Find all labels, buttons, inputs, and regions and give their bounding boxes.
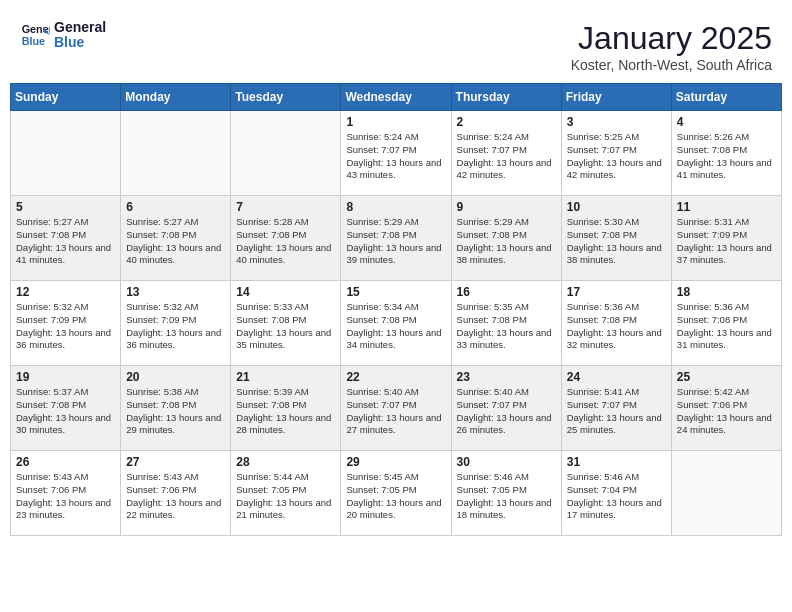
calendar-cell: 14Sunrise: 5:33 AM Sunset: 7:08 PM Dayli… <box>231 281 341 366</box>
day-number: 19 <box>16 370 115 384</box>
day-number: 30 <box>457 455 556 469</box>
day-number: 21 <box>236 370 335 384</box>
day-number: 20 <box>126 370 225 384</box>
day-info: Sunrise: 5:29 AM Sunset: 7:08 PM Dayligh… <box>457 216 556 267</box>
day-info: Sunrise: 5:46 AM Sunset: 7:04 PM Dayligh… <box>567 471 666 522</box>
location: Koster, North-West, South Africa <box>571 57 772 73</box>
day-number: 25 <box>677 370 776 384</box>
logo-general: General <box>54 20 106 35</box>
day-number: 22 <box>346 370 445 384</box>
day-number: 26 <box>16 455 115 469</box>
day-number: 12 <box>16 285 115 299</box>
calendar-week-row: 19Sunrise: 5:37 AM Sunset: 7:08 PM Dayli… <box>11 366 782 451</box>
day-info: Sunrise: 5:42 AM Sunset: 7:06 PM Dayligh… <box>677 386 776 437</box>
day-info: Sunrise: 5:39 AM Sunset: 7:08 PM Dayligh… <box>236 386 335 437</box>
calendar-cell <box>11 111 121 196</box>
svg-text:Blue: Blue <box>22 35 45 47</box>
calendar-cell: 16Sunrise: 5:35 AM Sunset: 7:08 PM Dayli… <box>451 281 561 366</box>
calendar-week-row: 5Sunrise: 5:27 AM Sunset: 7:08 PM Daylig… <box>11 196 782 281</box>
day-number: 15 <box>346 285 445 299</box>
calendar-cell: 21Sunrise: 5:39 AM Sunset: 7:08 PM Dayli… <box>231 366 341 451</box>
calendar-cell <box>121 111 231 196</box>
calendar-cell: 25Sunrise: 5:42 AM Sunset: 7:06 PM Dayli… <box>671 366 781 451</box>
day-info: Sunrise: 5:43 AM Sunset: 7:06 PM Dayligh… <box>126 471 225 522</box>
calendar-cell: 28Sunrise: 5:44 AM Sunset: 7:05 PM Dayli… <box>231 451 341 536</box>
day-number: 3 <box>567 115 666 129</box>
day-info: Sunrise: 5:30 AM Sunset: 7:08 PM Dayligh… <box>567 216 666 267</box>
day-number: 17 <box>567 285 666 299</box>
calendar-cell: 15Sunrise: 5:34 AM Sunset: 7:08 PM Dayli… <box>341 281 451 366</box>
calendar-cell: 10Sunrise: 5:30 AM Sunset: 7:08 PM Dayli… <box>561 196 671 281</box>
day-number: 27 <box>126 455 225 469</box>
day-number: 2 <box>457 115 556 129</box>
day-number: 7 <box>236 200 335 214</box>
calendar-cell: 4Sunrise: 5:26 AM Sunset: 7:08 PM Daylig… <box>671 111 781 196</box>
calendar: SundayMondayTuesdayWednesdayThursdayFrid… <box>10 83 782 536</box>
calendar-week-row: 26Sunrise: 5:43 AM Sunset: 7:06 PM Dayli… <box>11 451 782 536</box>
calendar-cell: 19Sunrise: 5:37 AM Sunset: 7:08 PM Dayli… <box>11 366 121 451</box>
day-number: 16 <box>457 285 556 299</box>
day-number: 9 <box>457 200 556 214</box>
weekday-header: Tuesday <box>231 84 341 111</box>
day-info: Sunrise: 5:43 AM Sunset: 7:06 PM Dayligh… <box>16 471 115 522</box>
calendar-cell: 6Sunrise: 5:27 AM Sunset: 7:08 PM Daylig… <box>121 196 231 281</box>
calendar-cell: 13Sunrise: 5:32 AM Sunset: 7:09 PM Dayli… <box>121 281 231 366</box>
calendar-cell: 5Sunrise: 5:27 AM Sunset: 7:08 PM Daylig… <box>11 196 121 281</box>
day-info: Sunrise: 5:29 AM Sunset: 7:08 PM Dayligh… <box>346 216 445 267</box>
calendar-cell <box>671 451 781 536</box>
calendar-cell: 2Sunrise: 5:24 AM Sunset: 7:07 PM Daylig… <box>451 111 561 196</box>
day-info: Sunrise: 5:40 AM Sunset: 7:07 PM Dayligh… <box>346 386 445 437</box>
day-info: Sunrise: 5:41 AM Sunset: 7:07 PM Dayligh… <box>567 386 666 437</box>
calendar-cell: 22Sunrise: 5:40 AM Sunset: 7:07 PM Dayli… <box>341 366 451 451</box>
calendar-cell: 8Sunrise: 5:29 AM Sunset: 7:08 PM Daylig… <box>341 196 451 281</box>
calendar-cell: 24Sunrise: 5:41 AM Sunset: 7:07 PM Dayli… <box>561 366 671 451</box>
day-info: Sunrise: 5:35 AM Sunset: 7:08 PM Dayligh… <box>457 301 556 352</box>
day-number: 23 <box>457 370 556 384</box>
title-block: January 2025 Koster, North-West, South A… <box>571 20 772 73</box>
calendar-cell: 3Sunrise: 5:25 AM Sunset: 7:07 PM Daylig… <box>561 111 671 196</box>
calendar-cell: 26Sunrise: 5:43 AM Sunset: 7:06 PM Dayli… <box>11 451 121 536</box>
weekday-header: Thursday <box>451 84 561 111</box>
calendar-cell: 17Sunrise: 5:36 AM Sunset: 7:08 PM Dayli… <box>561 281 671 366</box>
day-number: 1 <box>346 115 445 129</box>
weekday-header: Monday <box>121 84 231 111</box>
day-info: Sunrise: 5:34 AM Sunset: 7:08 PM Dayligh… <box>346 301 445 352</box>
day-info: Sunrise: 5:33 AM Sunset: 7:08 PM Dayligh… <box>236 301 335 352</box>
day-number: 5 <box>16 200 115 214</box>
day-number: 28 <box>236 455 335 469</box>
day-number: 14 <box>236 285 335 299</box>
weekday-header: Friday <box>561 84 671 111</box>
weekday-header-row: SundayMondayTuesdayWednesdayThursdayFrid… <box>11 84 782 111</box>
day-info: Sunrise: 5:38 AM Sunset: 7:08 PM Dayligh… <box>126 386 225 437</box>
day-number: 11 <box>677 200 776 214</box>
day-info: Sunrise: 5:36 AM Sunset: 7:08 PM Dayligh… <box>567 301 666 352</box>
weekday-header: Sunday <box>11 84 121 111</box>
logo: General Blue General Blue <box>20 20 106 51</box>
day-info: Sunrise: 5:25 AM Sunset: 7:07 PM Dayligh… <box>567 131 666 182</box>
weekday-header: Saturday <box>671 84 781 111</box>
day-info: Sunrise: 5:27 AM Sunset: 7:08 PM Dayligh… <box>126 216 225 267</box>
day-info: Sunrise: 5:45 AM Sunset: 7:05 PM Dayligh… <box>346 471 445 522</box>
calendar-cell: 7Sunrise: 5:28 AM Sunset: 7:08 PM Daylig… <box>231 196 341 281</box>
calendar-cell: 18Sunrise: 5:36 AM Sunset: 7:08 PM Dayli… <box>671 281 781 366</box>
day-number: 29 <box>346 455 445 469</box>
calendar-cell: 1Sunrise: 5:24 AM Sunset: 7:07 PM Daylig… <box>341 111 451 196</box>
day-info: Sunrise: 5:24 AM Sunset: 7:07 PM Dayligh… <box>457 131 556 182</box>
day-number: 13 <box>126 285 225 299</box>
day-number: 10 <box>567 200 666 214</box>
day-info: Sunrise: 5:28 AM Sunset: 7:08 PM Dayligh… <box>236 216 335 267</box>
calendar-cell: 12Sunrise: 5:32 AM Sunset: 7:09 PM Dayli… <box>11 281 121 366</box>
day-info: Sunrise: 5:32 AM Sunset: 7:09 PM Dayligh… <box>126 301 225 352</box>
calendar-cell: 30Sunrise: 5:46 AM Sunset: 7:05 PM Dayli… <box>451 451 561 536</box>
calendar-week-row: 12Sunrise: 5:32 AM Sunset: 7:09 PM Dayli… <box>11 281 782 366</box>
svg-text:General: General <box>22 24 50 36</box>
calendar-cell <box>231 111 341 196</box>
calendar-cell: 31Sunrise: 5:46 AM Sunset: 7:04 PM Dayli… <box>561 451 671 536</box>
day-info: Sunrise: 5:26 AM Sunset: 7:08 PM Dayligh… <box>677 131 776 182</box>
day-number: 24 <box>567 370 666 384</box>
day-info: Sunrise: 5:27 AM Sunset: 7:08 PM Dayligh… <box>16 216 115 267</box>
day-number: 18 <box>677 285 776 299</box>
calendar-week-row: 1Sunrise: 5:24 AM Sunset: 7:07 PM Daylig… <box>11 111 782 196</box>
day-number: 6 <box>126 200 225 214</box>
calendar-cell: 9Sunrise: 5:29 AM Sunset: 7:08 PM Daylig… <box>451 196 561 281</box>
